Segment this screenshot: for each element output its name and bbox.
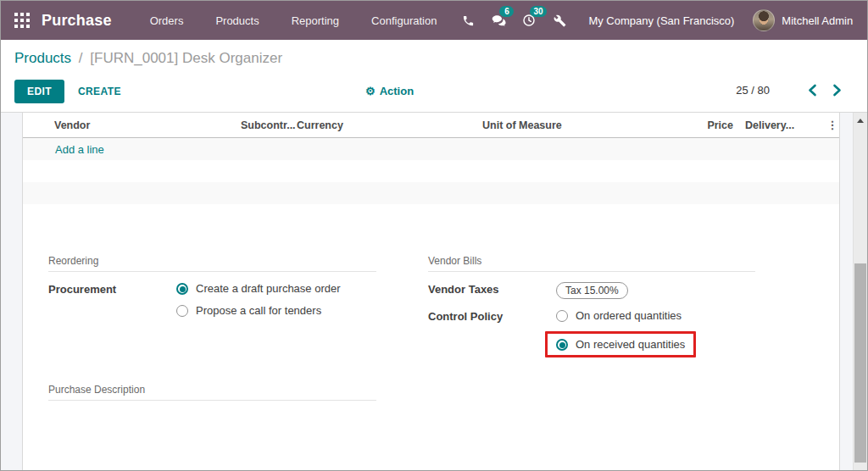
tax-tag[interactable]: Tax 15.00% [556, 282, 628, 299]
table-row [23, 160, 839, 182]
pager: 25 / 80 [736, 82, 846, 98]
vendor-taxes-label: Vendor Taxes [428, 282, 556, 299]
add-a-line-link[interactable]: Add a line [55, 143, 104, 156]
reordering-title: Reordering [48, 255, 376, 272]
radio-on-ordered-quantities[interactable]: On ordered quantities [556, 309, 755, 322]
purchase-description-title: Purchase Description [48, 384, 376, 401]
table-row [23, 182, 839, 204]
action-menu-button[interactable]: ⚙ Action [365, 85, 414, 97]
radio-label: On ordered quantities [576, 309, 682, 322]
menu-configuration[interactable]: Configuration [355, 1, 453, 40]
red-highlight-box: On received quantities [545, 331, 696, 357]
create-button[interactable]: CREATE [78, 86, 121, 97]
activities-clock-icon[interactable]: 30 [514, 1, 544, 40]
user-avatar [753, 9, 775, 31]
vendor-taxes-field-row: Vendor Taxes Tax 15.00% [428, 282, 755, 299]
vendor-bills-title: Vendor Bills [428, 255, 755, 272]
action-label: Action [380, 85, 414, 97]
edit-button[interactable]: EDIT [14, 80, 64, 103]
radio-button-icon[interactable] [556, 310, 568, 322]
radio-create-draft-po[interactable]: Create a draft purchase order [176, 282, 376, 295]
vendor-pricelist-table: Vendor Subcontr... Currency Unit of Meas… [23, 113, 839, 204]
pager-previous-button[interactable] [804, 82, 821, 98]
radio-button-icon[interactable] [176, 305, 188, 317]
table-row: Add a line [23, 138, 839, 160]
control-policy-radio-group: On ordered quantities On received quanti… [556, 309, 755, 357]
app-window: Purchase Orders Products Reporting Confi… [0, 0, 868, 471]
radio-label: Create a draft purchase order [196, 282, 341, 295]
button-row: EDIT CREATE [14, 80, 121, 103]
radio-label: On received quantities [576, 338, 685, 351]
apps-grid-icon[interactable] [14, 13, 30, 28]
column-price[interactable]: Price [691, 119, 733, 131]
column-delivery[interactable]: Delivery... [745, 119, 826, 131]
tools-wrench-icon[interactable] [544, 1, 575, 40]
breadcrumb-current: [FURN_0001] Desk Organizer [90, 50, 282, 66]
breadcrumb: Products / [FURN_0001] Desk Organizer [14, 50, 282, 67]
radio-button-icon[interactable] [556, 339, 568, 351]
reordering-section: Reordering Procurement Create a draft pu… [48, 255, 376, 326]
procurement-field-row: Procurement Create a draft purchase orde… [48, 282, 376, 326]
procurement-label: Procurement [48, 282, 176, 326]
radio-button-icon[interactable] [176, 283, 188, 295]
gear-icon: ⚙ [365, 85, 376, 97]
form-view-content: Vendor Subcontr... Currency Unit of Meas… [1, 113, 867, 470]
radio-on-received-quantities[interactable]: On received quantities [556, 338, 685, 351]
navbar-right: 6 30 My Company (San Francisco) Mitchell… [453, 1, 854, 40]
scrollbar-up-arrow[interactable] [854, 115, 867, 125]
control-policy-field-row: Control Policy On ordered quantities On … [428, 309, 755, 357]
user-menu[interactable]: Mitchell Admin [753, 9, 854, 31]
column-subcontracted[interactable]: Subcontr... [241, 119, 297, 131]
column-currency[interactable]: Currency [297, 119, 482, 131]
top-navbar: Purchase Orders Products Reporting Confi… [1, 1, 867, 40]
form-sheet: Vendor Subcontr... Currency Unit of Meas… [22, 113, 840, 470]
purchase-description-section: Purchase Description [48, 384, 376, 401]
phone-icon[interactable] [453, 1, 483, 40]
column-unit-of-measure[interactable]: Unit of Measure [482, 119, 691, 131]
procurement-radio-group: Create a draft purchase order Propose a … [176, 282, 376, 326]
pager-value: 25 / 80 [736, 84, 770, 97]
control-policy-label: Control Policy [428, 309, 556, 357]
menu-reporting[interactable]: Reporting [275, 1, 355, 40]
column-options-icon[interactable]: ⋮ [826, 119, 839, 131]
main-menu: Orders Products Reporting Configuration [134, 1, 453, 40]
company-switcher[interactable]: My Company (San Francisco) [575, 14, 753, 27]
pager-next-button[interactable] [828, 82, 846, 98]
menu-products[interactable]: Products [199, 1, 275, 40]
messages-badge: 6 [499, 6, 514, 17]
column-vendor[interactable]: Vendor [54, 119, 241, 131]
radio-propose-call-for-tenders[interactable]: Propose a call for tenders [176, 304, 376, 317]
user-name: Mitchell Admin [782, 14, 853, 27]
messages-icon[interactable]: 6 [483, 1, 514, 40]
breadcrumb-products-link[interactable]: Products [14, 50, 71, 66]
scrollbar-thumb[interactable] [854, 263, 866, 463]
vertical-scrollbar[interactable] [853, 113, 867, 470]
breadcrumb-separator: / [75, 50, 86, 66]
control-panel: Products / [FURN_0001] Desk Organizer ED… [1, 40, 867, 113]
app-title[interactable]: Purchase [42, 12, 112, 30]
menu-orders[interactable]: Orders [134, 1, 200, 40]
radio-label: Propose a call for tenders [196, 304, 321, 317]
vendor-bills-section: Vendor Bills Vendor Taxes Tax 15.00% Con… [428, 255, 755, 357]
table-header: Vendor Subcontr... Currency Unit of Meas… [23, 113, 839, 138]
